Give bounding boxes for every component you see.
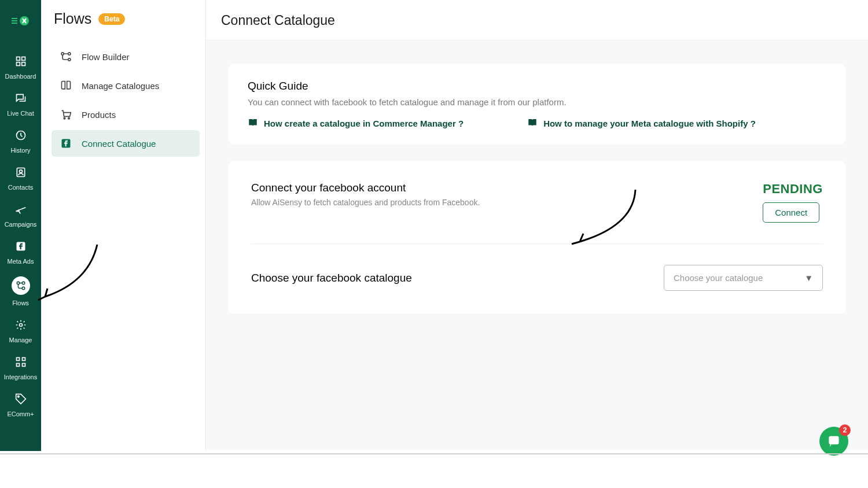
nav-manage[interactable]: Manage xyxy=(0,312,41,349)
dropdown-placeholder: Choose your catalogue xyxy=(674,273,763,283)
svg-rect-15 xyxy=(16,364,19,367)
svg-rect-14 xyxy=(22,358,25,361)
secondary-nav: Flows Beta Flow Builder Manage Catalogue… xyxy=(41,0,206,451)
main-content: Connect Catalogue Quick Guide You can co… xyxy=(206,0,868,451)
connect-left: Connect your facebook account Allow AiSe… xyxy=(251,182,480,207)
svg-rect-2 xyxy=(21,57,25,61)
choose-title: Choose your facebook catalogue xyxy=(251,272,412,284)
nav-meta-ads[interactable]: Meta Ads xyxy=(0,234,41,271)
nav-label: Contacts xyxy=(8,184,33,191)
svg-point-19 xyxy=(68,53,71,55)
nav-dashboard[interactable]: Dashboard xyxy=(0,49,41,86)
connect-right: PENDING Connect xyxy=(763,182,823,223)
svg-rect-3 xyxy=(16,62,20,66)
svg-point-11 xyxy=(22,287,25,290)
sidebar-item-label: Connect Catalogue xyxy=(82,139,156,149)
nav-integrations[interactable]: Integrations xyxy=(0,349,41,386)
svg-point-17 xyxy=(17,396,19,398)
nav-label: Integrations xyxy=(4,374,37,380)
flow-builder-icon xyxy=(60,50,72,63)
nav-label: EComm+ xyxy=(7,411,34,417)
nav-campaigns[interactable]: Campaigns xyxy=(0,197,41,234)
cart-icon xyxy=(60,108,72,121)
intercom-chat-button[interactable]: 2 xyxy=(819,427,848,456)
chat-notification-badge: 2 xyxy=(839,424,851,436)
nav-contacts[interactable]: Contacts xyxy=(0,160,41,197)
secondary-header: Flows Beta xyxy=(52,10,200,27)
guide-links: How create a catalogue in Commerce Manag… xyxy=(248,117,826,130)
nav-history[interactable]: History xyxy=(0,123,41,160)
beta-badge: Beta xyxy=(98,13,125,25)
flows-icon xyxy=(12,276,30,295)
guide-link-commerce-manager[interactable]: How create a catalogue in Commerce Manag… xyxy=(248,117,464,130)
svg-point-9 xyxy=(17,282,20,284)
primary-nav: Dashboard Live Chat History Contacts Cam… xyxy=(0,0,41,451)
facebook-icon xyxy=(14,239,28,253)
dashboard-icon xyxy=(14,54,28,68)
gear-icon xyxy=(14,318,28,332)
catalogue-dropdown[interactable]: Choose your catalogue ▼ xyxy=(664,265,823,291)
sidebar-item-label: Manage Catalogues xyxy=(82,81,159,91)
guide-title: Quick Guide xyxy=(248,80,826,93)
quick-guide-card: Quick Guide You can connect with faceboo… xyxy=(228,64,846,145)
connect-title: Connect your facebook account xyxy=(251,182,480,194)
svg-point-12 xyxy=(19,324,22,327)
content-area: Quick Guide You can connect with faceboo… xyxy=(206,40,868,450)
connect-description: Allow AiSensy to fetch catalogues and pr… xyxy=(251,198,480,207)
contacts-icon xyxy=(14,165,28,179)
nav-label: History xyxy=(10,147,30,154)
connection-status: PENDING xyxy=(763,182,823,197)
svg-rect-4 xyxy=(21,62,25,66)
svg-point-21 xyxy=(64,117,65,119)
svg-point-18 xyxy=(61,53,64,55)
book-icon xyxy=(60,79,72,92)
chat-bubble-icon xyxy=(826,434,841,449)
connect-facebook-row: Connect your facebook account Allow AiSe… xyxy=(251,182,823,244)
campaigns-icon xyxy=(14,202,28,216)
svg-rect-16 xyxy=(22,364,25,367)
guide-link-label: How create a catalogue in Commerce Manag… xyxy=(264,119,464,128)
guide-description: You can connect with facebook to fetch c… xyxy=(248,97,826,107)
svg-point-7 xyxy=(19,170,22,173)
svg-rect-1 xyxy=(16,57,20,61)
nav-label: Flows xyxy=(12,300,29,306)
bottom-divider xyxy=(0,453,868,454)
connect-button[interactable]: Connect xyxy=(763,202,819,223)
sidebar-item-flow-builder[interactable]: Flow Builder xyxy=(52,43,200,70)
guide-link-label: How to manage your Meta catalogue with S… xyxy=(543,119,756,128)
svg-rect-24 xyxy=(829,436,838,444)
nav-live-chat[interactable]: Live Chat xyxy=(0,86,41,123)
svg-point-22 xyxy=(68,117,70,119)
main-header: Connect Catalogue xyxy=(206,0,868,40)
sidebar-item-label: Products xyxy=(82,110,116,120)
nav-label: Live Chat xyxy=(7,110,34,117)
tag-icon xyxy=(14,392,28,406)
sidebar-item-products[interactable]: Products xyxy=(52,101,200,128)
svg-rect-13 xyxy=(16,358,19,361)
book-icon xyxy=(248,117,258,130)
nav-flows[interactable]: Flows xyxy=(0,271,41,312)
svg-point-20 xyxy=(68,58,71,61)
nav-label: Meta Ads xyxy=(8,258,34,265)
chevron-down-icon: ▼ xyxy=(804,273,813,283)
chat-icon xyxy=(14,91,28,105)
choose-catalogue-row: Choose your facebook catalogue Choose yo… xyxy=(251,265,823,291)
nav-ecomm[interactable]: EComm+ xyxy=(0,386,41,423)
integrations-icon xyxy=(14,355,28,369)
nav-label: Manage xyxy=(9,337,32,343)
nav-label: Dashboard xyxy=(5,73,36,80)
app-logo xyxy=(10,10,31,31)
connect-card: Connect your facebook account Allow AiSe… xyxy=(228,161,846,314)
svg-point-10 xyxy=(22,282,25,284)
secondary-title: Flows xyxy=(54,10,91,27)
page-title: Connect Catalogue xyxy=(221,13,853,28)
guide-link-shopify[interactable]: How to manage your Meta catalogue with S… xyxy=(527,117,756,130)
book-icon xyxy=(527,117,538,130)
history-icon xyxy=(14,128,28,142)
sidebar-item-connect-catalogue[interactable]: Connect Catalogue xyxy=(52,130,200,157)
nav-label: Campaigns xyxy=(5,221,37,228)
sidebar-item-label: Flow Builder xyxy=(82,52,130,62)
facebook-icon xyxy=(60,137,72,150)
sidebar-item-manage-catalogues[interactable]: Manage Catalogues xyxy=(52,72,200,99)
